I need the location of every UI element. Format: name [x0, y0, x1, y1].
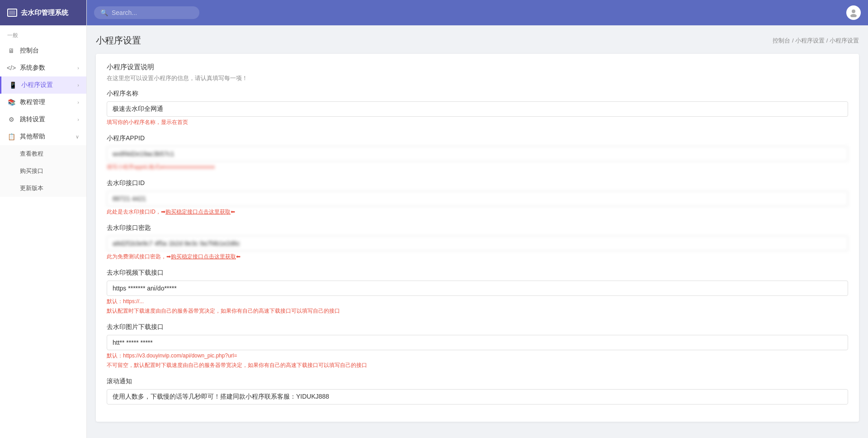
- monitor-icon: 🖥: [7, 47, 15, 55]
- chevron-down-icon: ∨: [75, 134, 79, 140]
- sidebar-subitem-label: 购买接口: [20, 167, 43, 175]
- form-group-scroll-notice: 滚动通知: [107, 377, 848, 405]
- page-title: 小程序设置: [96, 34, 141, 47]
- search-input[interactable]: [112, 9, 193, 16]
- sidebar-item-system-params[interactable]: </> 系统参数 ›: [0, 59, 86, 76]
- field-video-download-api[interactable]: [107, 281, 848, 296]
- sidebar-item-label: 其他帮助: [20, 133, 45, 141]
- sidebar-subitem-label: 更新版本: [20, 184, 43, 192]
- sidebar-item-dashboard[interactable]: 🖥 控制台: [0, 42, 86, 59]
- buy-api-link-key[interactable]: 购买稳定接口点击这里获取: [171, 253, 236, 260]
- sidebar-item-other-help[interactable]: 📋 其他帮助 ∨: [0, 128, 86, 145]
- form-hint-image-download-api-1: 默认：https://v3.douyinvip.com/api/down_pic…: [107, 352, 848, 360]
- chevron-right-icon: ›: [77, 117, 79, 122]
- sidebar-item-label: 控制台: [20, 47, 39, 55]
- sidebar-subitem-label: 查看教程: [20, 150, 43, 158]
- svg-point-1: [850, 14, 857, 17]
- chevron-right-icon: ›: [77, 82, 79, 88]
- form-group-video-download-api: 去水印视频下载接口 默认：https://... 默认配置时下载速度由自己的服务…: [107, 269, 848, 315]
- form-label-image-download-api: 去水印图片下载接口: [107, 323, 848, 331]
- gear-icon: ⚙: [7, 115, 15, 124]
- settings-card: 小程序设置说明 在这里您可以设置小程序的信息，请认真填写每一项！ 小程序名称 填…: [96, 54, 859, 422]
- buy-api-link-id[interactable]: 购买稳定接口点击这里获取: [165, 209, 231, 215]
- mobile-icon: 📱: [9, 81, 17, 89]
- form-label-video-download-api: 去水印视频下载接口: [107, 269, 848, 277]
- sidebar-item-label: 跳转设置: [20, 115, 45, 124]
- breadcrumb: 控制台 / 小程序设置 / 小程序设置: [773, 37, 859, 45]
- code-icon: </>: [7, 64, 15, 72]
- field-app-name[interactable]: [107, 101, 848, 117]
- form-group-watermark-api-key: 去水印接口密匙 此为免费测试接口密匙，➡购买稳定接口点击这里获取⬅: [107, 224, 848, 261]
- main-area: 🔍 小程序设置 控制台 / 小程序设置 / 小程序设置 小程序设置说明 在这里您…: [87, 0, 868, 438]
- avatar[interactable]: [846, 5, 861, 20]
- sidebar-subitem-view-tutorial[interactable]: 查看教程: [0, 145, 86, 162]
- sidebar-subitem-buy-api[interactable]: 购买接口: [0, 162, 86, 180]
- field-image-download-api[interactable]: [107, 335, 848, 350]
- form-label-app-appid: 小程序APPID: [107, 134, 848, 143]
- logo-icon: [7, 9, 17, 17]
- card-desc-title: 小程序设置说明: [107, 63, 848, 71]
- field-app-appid[interactable]: [107, 146, 848, 162]
- logo-text: 去水印管理系统: [21, 9, 68, 17]
- form-group-app-appid: 小程序APPID 填写小程序appid,格式wxxxxxxxxxxxxxxxxx…: [107, 134, 848, 171]
- sidebar-item-label: 小程序设置: [21, 81, 53, 89]
- sidebar-item-label: 系统参数: [20, 64, 45, 72]
- form-group-image-download-api: 去水印图片下载接口 默认：https://v3.douyinvip.com/ap…: [107, 323, 848, 369]
- form-hint-app-appid: 填写小程序appid,格式wxxxxxxxxxxxxxxxxxxx: [107, 163, 848, 171]
- sidebar-logo: 去水印管理系统: [0, 0, 86, 25]
- form-label-watermark-api-key: 去水印接口密匙: [107, 224, 848, 232]
- form-hint-image-download-api-2: 不可留空，默认配置时下载速度由自己的服务器带宽决定，如果你有自己的高速下载接口可…: [107, 362, 848, 369]
- field-watermark-api-key[interactable]: [107, 236, 848, 251]
- sidebar-section-general: 一般: [0, 25, 86, 42]
- sidebar-item-label: 教程管理: [20, 98, 45, 106]
- form-hint-watermark-api-id: 此处是去水印接口ID，➡购买稳定接口点击这里获取⬅: [107, 208, 848, 216]
- form-group-app-name: 小程序名称 填写你的小程序名称，显示在首页: [107, 90, 848, 126]
- page-header: 小程序设置 控制台 / 小程序设置 / 小程序设置: [96, 34, 859, 47]
- sidebar-item-redirect-settings[interactable]: ⚙ 跳转设置 ›: [0, 111, 86, 128]
- svg-point-0: [852, 10, 855, 13]
- sidebar-subitem-update-version[interactable]: 更新版本: [0, 180, 86, 197]
- form-group-watermark-api-id: 去水印接口ID 此处是去水印接口ID，➡购买稳定接口点击这里获取⬅: [107, 179, 848, 216]
- chevron-right-icon: ›: [77, 65, 79, 71]
- form-hint-app-name: 填写你的小程序名称，显示在首页: [107, 119, 848, 126]
- sidebar-submenu-other-help: 查看教程 购买接口 更新版本: [0, 145, 86, 197]
- sidebar-item-miniapp-settings[interactable]: 📱 小程序设置 ›: [0, 76, 86, 94]
- search-icon: 🔍: [100, 9, 108, 16]
- book-icon: 📚: [7, 98, 15, 106]
- form-label-watermark-api-id: 去水印接口ID: [107, 179, 848, 187]
- form-hint-video-download-api-2: 默认配置时下载速度由自己的服务器带宽决定，如果你有自己的高速下载接口可以填写自己…: [107, 307, 848, 315]
- card-desc-text: 在这里您可以设置小程序的信息，请认真填写每一项！: [107, 74, 848, 82]
- field-watermark-api-id[interactable]: [107, 191, 848, 206]
- clipboard-icon: 📋: [7, 133, 15, 141]
- chevron-right-icon: ›: [77, 100, 79, 105]
- form-label-app-name: 小程序名称: [107, 90, 848, 98]
- content: 小程序设置 控制台 / 小程序设置 / 小程序设置 小程序设置说明 在这里您可以…: [87, 25, 868, 438]
- form-hint-video-download-api-1: 默认：https://...: [107, 298, 848, 305]
- field-scroll-notice[interactable]: [107, 389, 848, 405]
- sidebar-item-tutorial-mgmt[interactable]: 📚 教程管理 ›: [0, 94, 86, 111]
- search-box[interactable]: 🔍: [94, 6, 199, 19]
- topbar: 🔍: [87, 0, 868, 25]
- form-hint-watermark-api-key: 此为免费测试接口密匙，➡购买稳定接口点击这里获取⬅: [107, 253, 848, 261]
- user-icon: [849, 8, 858, 17]
- form-label-scroll-notice: 滚动通知: [107, 377, 848, 386]
- sidebar: 去水印管理系统 一般 🖥 控制台 </> 系统参数 › 📱 小程序设置 › 📚 …: [0, 0, 87, 438]
